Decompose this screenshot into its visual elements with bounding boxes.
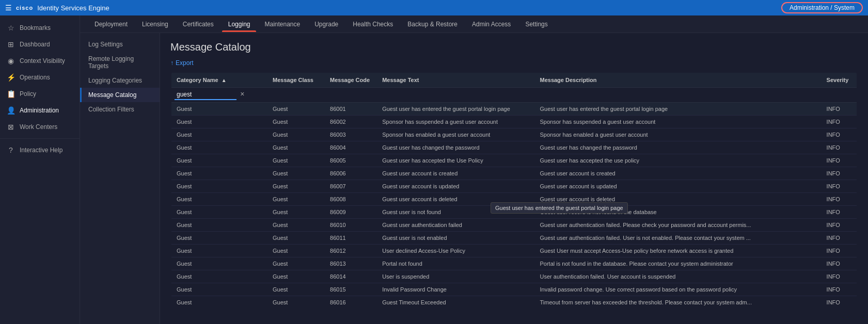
cell-severity: INFO <box>822 103 857 116</box>
table-row[interactable]: GuestGuest86007Guest user account is upd… <box>171 180 857 193</box>
cell-text: Guest user account is deleted <box>377 193 534 206</box>
col-header-category[interactable]: Category Name ▲ <box>171 72 267 88</box>
table-row[interactable]: GuestGuest86015Invalid Password ChangeIn… <box>171 283 857 296</box>
table-row[interactable]: GuestGuest86011Guest user is not enabled… <box>171 232 857 245</box>
table-row[interactable]: GuestGuest86012User declined Access-Use … <box>171 245 857 257</box>
cell-description: Guest user record is not found in the da… <box>534 206 821 219</box>
sort-icon-category: ▲ <box>222 77 227 83</box>
nav-upgrade[interactable]: Upgrade <box>308 18 344 31</box>
table-row[interactable]: GuestGuest86014User is suspendedUser aut… <box>171 270 857 283</box>
sidebar-item-bookmarks[interactable]: ☆ Bookmarks <box>0 20 80 36</box>
nav-maintenance[interactable]: Maintenance <box>258 18 306 31</box>
export-icon: ↑ <box>170 59 173 67</box>
cell-code: 86016 <box>325 296 377 310</box>
bookmarks-icon: ☆ <box>6 24 15 32</box>
sidebar-item-context-visibility[interactable]: ◉ Context Visibility <box>0 53 80 69</box>
table-row[interactable]: GuestGuest86008Guest user account is del… <box>171 193 857 206</box>
nav-backup-restore[interactable]: Backup & Restore <box>401 18 464 31</box>
cell-category: Guest <box>171 154 267 167</box>
cell-text: Invalid Password Change <box>377 283 534 296</box>
help-icon: ? <box>6 146 15 154</box>
cell-severity: INFO <box>822 180 857 193</box>
sub-menu-remote-logging[interactable]: Remote Logging Targets <box>80 52 160 73</box>
table-row[interactable]: GuestGuest86005Guest user has accepted t… <box>171 154 857 167</box>
cell-severity: INFO <box>822 141 857 154</box>
cell-severity: INFO <box>822 219 857 232</box>
cell-text: Guest user is not found <box>377 206 534 219</box>
filter-clear-button[interactable]: × <box>240 90 244 98</box>
cell-class: Guest <box>267 206 325 219</box>
table-row[interactable]: GuestGuest86002Sponsor has suspended a g… <box>171 116 857 128</box>
export-button[interactable]: ↑ Export <box>170 59 194 67</box>
cell-category: Guest <box>171 283 267 296</box>
cell-category: Guest <box>171 257 267 270</box>
cell-category: Guest <box>171 180 267 193</box>
cell-description: User authentication failed. User account… <box>534 270 821 283</box>
hamburger-icon[interactable]: ☰ <box>5 4 12 12</box>
cell-category: Guest <box>171 103 267 116</box>
cell-category: Guest <box>171 141 267 154</box>
cell-category: Guest <box>171 167 267 180</box>
cell-class: Guest <box>267 103 325 116</box>
cell-category: Guest <box>171 116 267 128</box>
table-row[interactable]: GuestGuest86004Guest user has changed th… <box>171 141 857 154</box>
cell-class: Guest <box>267 116 325 128</box>
col-header-desc[interactable]: Message Description <box>534 72 821 88</box>
table-row[interactable]: GuestGuest86001Guest user has entered th… <box>171 103 857 116</box>
cell-class: Guest <box>267 296 325 310</box>
cell-code: 86015 <box>325 283 377 296</box>
sidebar: ☆ Bookmarks ⊞ Dashboard ◉ Context Visibi… <box>0 15 80 324</box>
cell-description: Timeout from server has exceeded the thr… <box>534 296 821 310</box>
secondary-nav: Deployment Licensing Certificates Loggin… <box>80 15 868 33</box>
cell-code: 86008 <box>325 193 377 206</box>
cell-code: 86004 <box>325 141 377 154</box>
table-row[interactable]: GuestGuest86016Guest Timeout ExceededTim… <box>171 296 857 310</box>
sidebar-item-interactive-help[interactable]: ? Interactive Help <box>0 142 80 158</box>
col-header-class[interactable]: Message Class <box>267 72 325 88</box>
nav-licensing[interactable]: Licensing <box>136 18 175 31</box>
cell-class: Guest <box>267 257 325 270</box>
nav-health-checks[interactable]: Health Checks <box>346 18 399 31</box>
sidebar-item-administration[interactable]: 👤 Administration <box>0 102 80 119</box>
context-icon: ◉ <box>6 57 15 65</box>
nav-deployment[interactable]: Deployment <box>88 18 134 31</box>
category-filter-input[interactable] <box>175 90 236 100</box>
cell-category: Guest <box>171 270 267 283</box>
cell-text: Guest user authentication failed <box>377 219 534 232</box>
cell-category: Guest <box>171 206 267 219</box>
table-row[interactable]: GuestGuest86003Sponsor has enabled a gue… <box>171 128 857 141</box>
dashboard-icon: ⊞ <box>6 40 15 48</box>
table-row[interactable]: GuestGuest86006Guest user account is cre… <box>171 167 857 180</box>
cell-text: Guest user account is updated <box>377 180 534 193</box>
cell-description: Guest user account is deleted <box>534 193 821 206</box>
sidebar-item-dashboard[interactable]: ⊞ Dashboard <box>0 36 80 53</box>
table-row[interactable]: GuestGuest86010Guest user authentication… <box>171 219 857 232</box>
cell-class: Guest <box>267 219 325 232</box>
sub-menu-collection-filters[interactable]: Collection Filters <box>80 102 160 117</box>
nav-certificates[interactable]: Certificates <box>177 18 220 31</box>
col-header-severity[interactable]: Severity <box>822 72 857 88</box>
sidebar-item-policy[interactable]: 📋 Policy <box>0 86 80 102</box>
table-row[interactable]: GuestGuest86013Portal not foundPortal is… <box>171 257 857 270</box>
sidebar-item-operations[interactable]: ⚡ Operations <box>0 69 80 86</box>
cell-severity: INFO <box>822 128 857 141</box>
nav-admin-access[interactable]: Admin Access <box>466 18 517 31</box>
sub-menu-logging-categories[interactable]: Logging Categories <box>80 73 160 88</box>
sub-menu: Log Settings Remote Logging Targets Logg… <box>80 33 160 324</box>
cell-severity: INFO <box>822 245 857 257</box>
nav-settings[interactable]: Settings <box>519 18 554 31</box>
main-area: Deployment Licensing Certificates Loggin… <box>80 15 868 324</box>
cell-text: Sponsor has suspended a guest user accou… <box>377 116 534 128</box>
cell-severity: INFO <box>822 206 857 219</box>
table-row[interactable]: GuestGuest86009Guest user is not foundGu… <box>171 206 857 219</box>
app-title: Identity Services Engine <box>37 4 109 12</box>
cell-text: Guest user account is created <box>377 167 534 180</box>
col-header-code[interactable]: Message Code <box>325 72 377 88</box>
admin-system-button[interactable]: Administration / System <box>781 2 863 13</box>
sub-menu-log-settings[interactable]: Log Settings <box>80 37 160 52</box>
col-header-text[interactable]: Message Text <box>377 72 534 88</box>
cell-severity: INFO <box>822 193 857 206</box>
nav-logging[interactable]: Logging <box>222 18 257 31</box>
sub-menu-message-catalog[interactable]: Message Catalog <box>80 88 160 102</box>
sidebar-item-work-centers[interactable]: ⊠ Work Centers <box>0 119 80 135</box>
